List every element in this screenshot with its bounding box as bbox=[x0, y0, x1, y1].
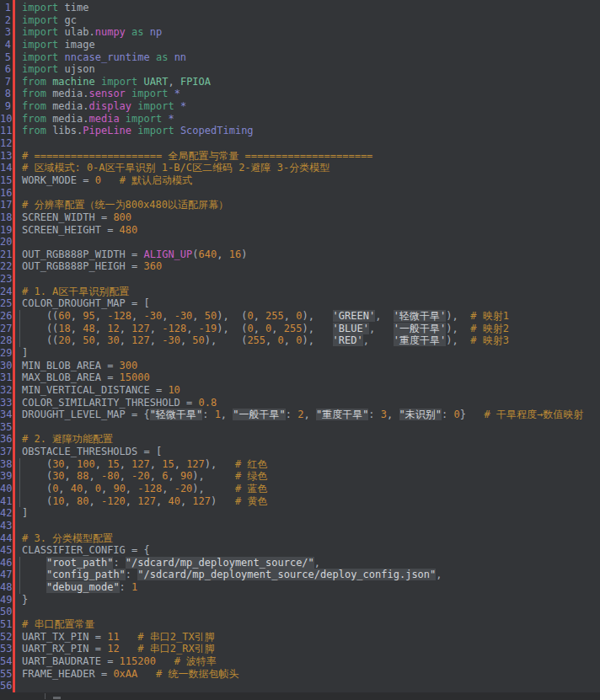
code-line: 1import time bbox=[0, 2, 600, 14]
line-number: 28 bbox=[0, 334, 11, 347]
code-text[interactable]: # 区域模式: 0-A区干旱识别 1-B/C区二维码 2-避障 3-分类模型 bbox=[22, 162, 329, 174]
code-line: 26 ((60, 95, -128, -30, -30, 50), (0, 25… bbox=[0, 310, 600, 323]
code-line: 25COLOR_DROUGHT_MAP = [ bbox=[0, 297, 600, 310]
code-text[interactable]: from media.display import * bbox=[22, 100, 186, 113]
code-text[interactable]: WORK_MODE = 0 # 默认启动模式 bbox=[22, 174, 192, 187]
code-text[interactable]: from media.sensor import * bbox=[22, 88, 180, 100]
code-text[interactable]: import time bbox=[22, 2, 88, 14]
code-text[interactable]: import ujson bbox=[22, 63, 95, 76]
line-number: 18 bbox=[0, 211, 11, 224]
code-line: 19SCREEN_HEIGHT = 480 bbox=[0, 224, 600, 237]
code-text[interactable]: FRAME_HEADER = 0xAA # 统一数据包帧头 bbox=[22, 668, 238, 681]
line-number: 21 bbox=[0, 248, 11, 261]
code-text[interactable]: UART_RX_PIN = 12 # 串口2_RX引脚 bbox=[22, 643, 215, 655]
code-text[interactable]: DROUGHT_LEVEL_MAP = {"轻微干旱": 1, "一般干旱": … bbox=[22, 409, 583, 421]
code-text[interactable]: COLOR_SIMILARITY_THRESHOLD = 0.8 bbox=[22, 397, 217, 409]
code-line: 6import ujson bbox=[0, 63, 600, 76]
code-line: 37OBSTACLE_THRESHOLDS = [ bbox=[0, 446, 600, 458]
code-text[interactable]: # 1. A区干旱识别配置 bbox=[22, 286, 129, 298]
code-text[interactable]: import gc bbox=[22, 14, 77, 27]
code-text[interactable]: OUT_RGB888P_HEIGH = 360 bbox=[22, 260, 162, 273]
code-text[interactable]: OUT_RGB888P_WIDTH = ALIGN_UP(640, 16) bbox=[22, 248, 247, 261]
code-line: 15WORK_MODE = 0 # 默认启动模式 bbox=[0, 174, 600, 187]
code-line: 51# 串口配置常量 bbox=[0, 618, 600, 631]
indent-guide bbox=[19, 310, 20, 323]
code-line: 28 ((20, 50, 30, 127, -30, 50), (255, 0,… bbox=[0, 334, 600, 347]
code-text[interactable]: ((60, 95, -128, -30, -30, 50), (0, 255, … bbox=[22, 310, 509, 323]
code-text[interactable]: from machine import UART, FPIOA bbox=[22, 76, 211, 88]
code-text[interactable]: SCREEN_HEIGHT = 480 bbox=[22, 224, 137, 237]
code-line: 46 "root_path": "/sdcard/mp_deployment_s… bbox=[0, 557, 600, 569]
line-number: 23 bbox=[0, 273, 11, 286]
code-line: 53UART_RX_PIN = 12 # 串口2_RX引脚 bbox=[0, 643, 600, 655]
line-number: 31 bbox=[0, 371, 11, 384]
line-number: 7 bbox=[0, 76, 11, 88]
code-text[interactable]: import nncase_runtime as nn bbox=[22, 51, 186, 64]
line-number: 10 bbox=[0, 113, 11, 126]
code-text[interactable]: UART_BAUDRATE = 115200 # 波特率 bbox=[22, 655, 217, 668]
line-number: 35 bbox=[0, 421, 11, 434]
code-text[interactable]: ((18, 48, 12, 127, -128, -19), (0, 0, 25… bbox=[22, 323, 509, 335]
code-text[interactable]: UART_TX_PIN = 11 # 串口2_TX引脚 bbox=[22, 631, 215, 644]
code-text[interactable]: # 2. 避障功能配置 bbox=[22, 433, 113, 446]
indent-guide bbox=[19, 557, 20, 569]
code-line: 27 ((18, 48, 12, 127, -128, -19), (0, 0,… bbox=[0, 323, 600, 335]
indent-guide bbox=[19, 569, 20, 581]
code-text[interactable]: # 3. 分类模型配置 bbox=[22, 532, 113, 545]
code-line: 24# 1. A区干旱识别配置 bbox=[0, 286, 600, 298]
code-text[interactable]: ] bbox=[22, 347, 28, 360]
code-line: 7from machine import UART, FPIOA bbox=[0, 76, 600, 88]
code-line: 56 bbox=[0, 680, 600, 692]
code-text[interactable]: import ulab.numpy as np bbox=[22, 26, 162, 39]
code-text[interactable]: (30, 88, -80, -20, 6, 90), # 绿色 bbox=[22, 470, 267, 483]
code-text[interactable]: import image bbox=[22, 39, 95, 51]
line-number: 25 bbox=[0, 297, 11, 310]
code-line: 54UART_BAUDRATE = 115200 # 波特率 bbox=[0, 655, 600, 668]
line-number: 55 bbox=[0, 668, 11, 681]
code-line: 12 bbox=[0, 137, 600, 150]
code-line: 34DROUGHT_LEVEL_MAP = {"轻微干旱": 1, "一般干旱"… bbox=[0, 409, 600, 421]
line-number: 2 bbox=[0, 14, 11, 27]
line-number: 30 bbox=[0, 360, 11, 372]
indent-guide bbox=[19, 323, 20, 335]
code-text[interactable]: MAX_BLOB_AREA = 15000 bbox=[22, 371, 150, 384]
code-line: 29] bbox=[0, 347, 600, 360]
code-line: 9from media.display import * bbox=[0, 100, 600, 113]
code-text[interactable]: from media.media import * bbox=[22, 113, 174, 126]
code-text[interactable]: (10, 80, -120, 127, 40, 127) # 黄色 bbox=[22, 495, 267, 508]
code-text[interactable]: from libs.PipeLine import ScopedTiming bbox=[22, 125, 254, 137]
code-line: 50 bbox=[0, 606, 600, 618]
code-text[interactable]: "root_path": "/sdcard/mp_deployment_sour… bbox=[22, 557, 320, 569]
line-number: 53 bbox=[0, 643, 11, 655]
line-number: 1 bbox=[0, 2, 11, 14]
code-text[interactable]: ] bbox=[22, 507, 28, 520]
code-text[interactable]: MIN_BLOB_AREA = 300 bbox=[22, 360, 137, 372]
code-text[interactable]: "debug_mode": 1 bbox=[22, 581, 137, 594]
code-text[interactable]: (30, 100, 15, 127, 15, 127), # 红色 bbox=[22, 458, 267, 471]
code-text[interactable]: "config_path": "/sdcard/mp_deployment_so… bbox=[22, 569, 442, 581]
code-text[interactable]: (0, 40, 0, 90, -128, -20), # 蓝色 bbox=[22, 483, 267, 495]
code-text[interactable]: SCREEN_WIDTH = 800 bbox=[22, 211, 131, 224]
character-top-sliver bbox=[53, 697, 61, 699]
code-line: 2import gc bbox=[0, 14, 600, 27]
line-number: 17 bbox=[0, 199, 11, 211]
line-number: 43 bbox=[0, 520, 11, 532]
code-text[interactable]: } bbox=[22, 594, 28, 606]
line-number: 37 bbox=[0, 446, 11, 458]
code-text[interactable]: # 串口配置常量 bbox=[22, 618, 94, 631]
code-text[interactable]: CLASSIFIER_CONFIG = { bbox=[22, 544, 150, 557]
code-text[interactable]: # 分辨率配置（统一为800x480以适配屏幕） bbox=[22, 199, 228, 211]
line-number: 19 bbox=[0, 224, 11, 237]
line-number: 51 bbox=[0, 618, 11, 631]
code-editor[interactable]: 1import time2import gc3import ulab.numpy… bbox=[0, 0, 600, 700]
line-number: 46 bbox=[0, 557, 11, 569]
code-line: 36# 2. 避障功能配置 bbox=[0, 433, 600, 446]
code-text[interactable]: OBSTACLE_THRESHOLDS = [ bbox=[22, 446, 162, 458]
line-number: 48 bbox=[0, 581, 11, 594]
code-text[interactable]: # ===================== 全局配置与常量 ========… bbox=[22, 150, 372, 163]
code-text[interactable]: ((20, 50, 30, 127, -30, 50), (255, 0, 0)… bbox=[22, 334, 509, 347]
code-text[interactable]: COLOR_DROUGHT_MAP = [ bbox=[22, 297, 150, 310]
code-text[interactable]: MIN_VERTICAL_DISTANCE = 10 bbox=[22, 384, 180, 397]
indent-guide bbox=[19, 470, 20, 483]
code-line: 52UART_TX_PIN = 11 # 串口2_TX引脚 bbox=[0, 631, 600, 644]
